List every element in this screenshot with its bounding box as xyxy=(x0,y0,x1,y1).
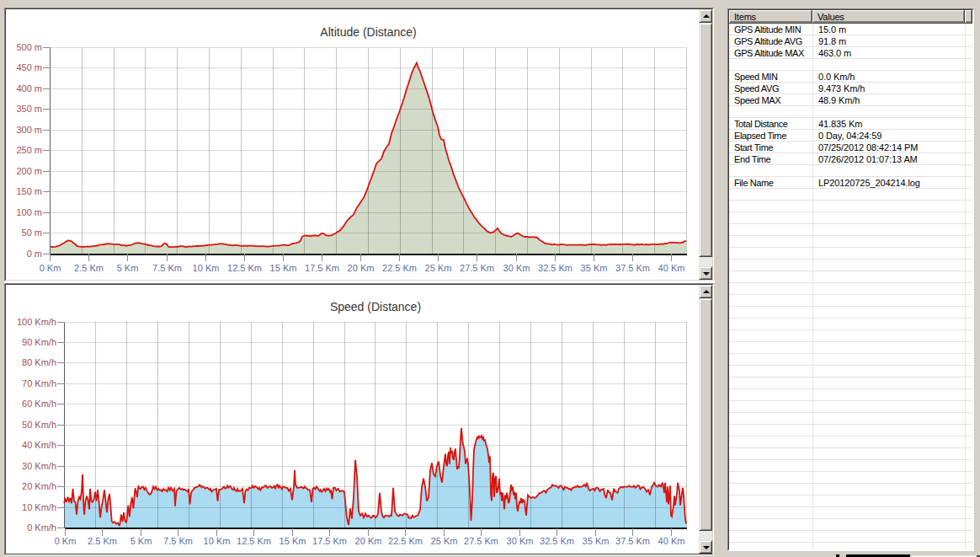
svg-text:2.5 Km: 2.5 Km xyxy=(74,263,104,273)
svg-text:7.5 Km: 7.5 Km xyxy=(163,536,193,546)
svg-text:35 Km: 35 Km xyxy=(581,263,608,273)
svg-text:30 Km: 30 Km xyxy=(503,263,530,273)
svg-text:27.5 Km: 27.5 Km xyxy=(460,263,494,273)
svg-text:Speed (Distance): Speed (Distance) xyxy=(330,300,421,313)
svg-text:250 m: 250 m xyxy=(16,145,42,155)
svg-text:10 Km: 10 Km xyxy=(193,263,220,273)
svg-text:40 Km: 40 Km xyxy=(658,536,685,546)
svg-text:0 Km: 0 Km xyxy=(55,536,77,546)
svg-text:100 Km/h: 100 Km/h xyxy=(17,317,56,327)
svg-text:150 m: 150 m xyxy=(16,186,42,196)
svg-text:500 m: 500 m xyxy=(16,42,42,52)
svg-text:25 Km: 25 Km xyxy=(431,536,458,546)
svg-text:0 Km: 0 Km xyxy=(40,263,61,273)
svg-text:20 Km/h: 20 Km/h xyxy=(22,481,56,491)
svg-text:17.5 Km: 17.5 Km xyxy=(305,263,339,273)
svg-text:37.5 Km: 37.5 Km xyxy=(615,263,650,273)
svg-text:0 Km/h: 0 Km/h xyxy=(27,522,56,533)
svg-text:15 Km: 15 Km xyxy=(270,263,297,273)
svg-text:350 m: 350 m xyxy=(16,104,42,114)
svg-text:25 Km: 25 Km xyxy=(425,263,452,273)
svg-text:400 m: 400 m xyxy=(16,83,42,94)
svg-text:10 Km/h: 10 Km/h xyxy=(22,502,56,512)
svg-text:10 Km: 10 Km xyxy=(204,536,231,546)
svg-text:20 Km: 20 Km xyxy=(348,263,375,273)
svg-text:5 Km: 5 Km xyxy=(130,536,152,546)
svg-text:12.5 Km: 12.5 Km xyxy=(237,536,271,546)
svg-text:2.5 Km: 2.5 Km xyxy=(88,536,117,546)
svg-text:40 Km: 40 Km xyxy=(658,263,685,273)
svg-text:300 m: 300 m xyxy=(16,125,42,135)
svg-text:100 m: 100 m xyxy=(16,207,42,217)
svg-text:80 Km/h: 80 Km/h xyxy=(22,357,56,367)
svg-text:32.5 Km: 32.5 Km xyxy=(540,536,574,546)
svg-text:12.5 Km: 12.5 Km xyxy=(227,263,262,273)
svg-text:50 Km/h: 50 Km/h xyxy=(22,420,56,430)
svg-text:30 Km: 30 Km xyxy=(507,536,534,546)
svg-text:40 Km/h: 40 Km/h xyxy=(22,440,56,450)
svg-text:90 Km/h: 90 Km/h xyxy=(22,337,56,347)
svg-text:20 Km: 20 Km xyxy=(355,536,382,546)
svg-text:Altitude (Distance): Altitude (Distance) xyxy=(320,25,416,39)
svg-text:70 Km/h: 70 Km/h xyxy=(22,378,56,388)
svg-text:200 m: 200 m xyxy=(16,166,42,176)
svg-text:17.5 Km: 17.5 Km xyxy=(312,536,347,546)
svg-text:5 Km: 5 Km xyxy=(117,263,139,273)
svg-text:0 m: 0 m xyxy=(27,249,42,259)
svg-text:32.5 Km: 32.5 Km xyxy=(538,263,573,273)
svg-text:50 m: 50 m xyxy=(22,228,42,238)
svg-text:60 Km/h: 60 Km/h xyxy=(22,399,56,409)
svg-text:22.5 Km: 22.5 Km xyxy=(388,536,423,546)
svg-text:27.5 Km: 27.5 Km xyxy=(464,536,498,546)
svg-text:30 Km/h: 30 Km/h xyxy=(22,461,56,471)
svg-text:37.5 Km: 37.5 Km xyxy=(615,536,650,546)
svg-text:450 m: 450 m xyxy=(16,62,42,72)
svg-text:35 Km: 35 Km xyxy=(583,536,610,546)
svg-text:7.5 Km: 7.5 Km xyxy=(152,263,182,273)
svg-text:22.5 Km: 22.5 Km xyxy=(382,263,417,273)
svg-text:15 Km: 15 Km xyxy=(280,536,306,546)
